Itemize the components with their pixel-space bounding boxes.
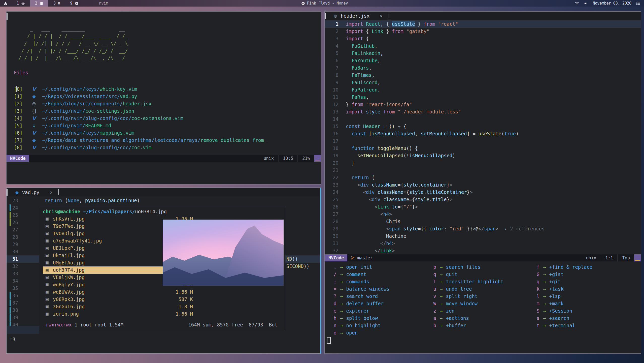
code-line[interactable]: 30 Machine [325, 232, 641, 240]
editor-vad-py[interactable]: 23 return (None, pyaudio.paContinue)2425… [7, 197, 320, 353]
whichkey-item[interactable]: S→+Session [534, 307, 592, 315]
whichkey-item[interactable]: a→+actions [431, 315, 503, 322]
menu-icon[interactable] [636, 1, 640, 6]
code-line[interactable]: 13import style from "./header.module.les… [325, 108, 641, 115]
window-startify[interactable]: _ ___ ________ __ / | / / | / / ____/___… [6, 11, 321, 185]
code-line[interactable]: 32 </Link> [325, 247, 641, 254]
whichkey-item[interactable]: W→move window [431, 300, 503, 307]
whichkey-key: n [331, 322, 336, 329]
code-line[interactable]: 20 } [325, 159, 641, 167]
code-line[interactable]: 25 <div className={style.title}> [325, 196, 641, 203]
whichkey-item[interactable]: b→+buffer [431, 322, 503, 329]
file-name: y08Rpk3.jpg [53, 296, 85, 303]
clock[interactable]: November 03, 2020 [593, 1, 631, 6]
code-line[interactable]: 9 FaDiscord, [325, 79, 641, 86]
code-line[interactable]: 16 const [isMenuCollapsed, setMenuCollap… [325, 130, 641, 137]
startify-entry[interactable]: [6]V~/.config/nvim/keys/mappings.vim [14, 129, 321, 137]
code-line[interactable]: 15const Header = () ⇒ { [325, 123, 641, 130]
code-line[interactable]: 27 <h4> [325, 210, 641, 218]
code-line[interactable]: 29 <span style={{ color: "red" }}>@</spa… [325, 225, 641, 232]
popup-file-row[interactable]: ▣wqBUWVx.jpg1.86 M [43, 288, 197, 296]
startify-entry[interactable]: [4]V~/.config/nvim/plug-config/coc/coc-e… [14, 115, 321, 122]
code-line[interactable]: 6 FaYoutube, [325, 57, 641, 64]
file-picker-popup[interactable]: chris@machine ~/Pics/wallpapers/ uoH3RT4… [39, 206, 285, 330]
popup-file-row[interactable]: ▣zGnGuT6.jpg1.8 M [43, 303, 197, 310]
whichkey-item[interactable]: v→split right [431, 293, 503, 300]
startify-entry[interactable]: [8]V~/.config/nvim/plug-config/coc/coc.v… [14, 144, 321, 151]
startify-entry[interactable]: [7]◆~/Repos/data_structures_and_algorith… [14, 137, 321, 144]
code-line[interactable]: 2import { Link } from "gatsby" [325, 28, 641, 35]
tab-close-icon[interactable]: × [380, 13, 383, 19]
code-line[interactable]: 12} from "react-icons/fa" [325, 101, 641, 108]
whichkey-item[interactable]: d→delete buffer [331, 300, 389, 307]
startify-entry[interactable]: [1]◆~/Repos/VoiceAssistant/src/vad.py [14, 93, 321, 100]
code-line[interactable]: 23 <div className={style.container}> [325, 181, 641, 189]
whichkey-item[interactable]: =→balance windows [331, 285, 389, 293]
whichkey-item[interactable]: e→explorer [331, 307, 389, 315]
code-line[interactable]: 24 <div className={style.titleContainer}… [325, 189, 641, 196]
whichkey-item[interactable]: p→search files [431, 263, 503, 271]
command-line[interactable]: :q [10, 335, 15, 342]
whichkey-item[interactable]: ?→search word [331, 293, 389, 300]
workspace-2[interactable]: 2 [30, 0, 48, 7]
whichkey-item[interactable]: h→split below [331, 315, 389, 322]
tab-header-jsx[interactable]: ⊛ header.jsx × [325, 13, 392, 19]
workspace-3[interactable]: 3V [48, 0, 65, 7]
code-line[interactable]: 21 [325, 167, 641, 174]
code-line[interactable]: 10 FaPatreon, [325, 86, 641, 94]
code-line[interactable]: 17 [325, 137, 641, 145]
whichkey-item[interactable]: G→+gist [534, 271, 592, 278]
whichkey-item[interactable]: T→treesitter highlight [431, 278, 503, 285]
arch-logo-icon[interactable] [0, 1, 12, 5]
whichkey-item[interactable]: g→+git [534, 278, 592, 285]
code-line[interactable]: 3import { [325, 35, 641, 42]
line-text: } [346, 159, 354, 167]
whichkey-item[interactable]: m→+mark [534, 300, 592, 307]
code-line[interactable]: 14 [325, 115, 641, 123]
code-line[interactable]: 4 FaGithub, [325, 42, 641, 50]
workspace-1[interactable]: 1 [12, 0, 30, 7]
wifi-icon[interactable] [575, 1, 579, 6]
startify-entry[interactable]: [2]⊛~/Repos/blog/src/components/header.j… [14, 100, 321, 107]
whichkey-item[interactable]: ;→commands [331, 278, 389, 285]
code-line[interactable]: 26 <Link to={"/"}> [325, 203, 641, 210]
whichkey-item[interactable]: /→comment [331, 271, 389, 278]
workspace-9[interactable]: 9 [65, 0, 84, 7]
code-line[interactable]: 18 function toggleMenu() { [325, 145, 641, 152]
code-line[interactable]: 8 FaTimes, [325, 72, 641, 79]
whichkey-item[interactable]: .→open init [331, 263, 389, 271]
startify-entry[interactable]: [5]↓~/.config/nvim/README.md [14, 122, 321, 129]
whichkey-item[interactable]: u→undo tree [431, 285, 503, 293]
whichkey-item[interactable]: k→+task [534, 285, 592, 293]
code-line[interactable]: 5 FaLinkedin, [325, 50, 641, 57]
popup-file-row[interactable]: ▣zorin.png1.66 M [43, 310, 197, 318]
volume-icon[interactable] [584, 1, 588, 6]
line-number: 29 [7, 241, 18, 248]
code-line[interactable]: 23 return (None, pyaudio.paContinue) [7, 197, 320, 204]
whichkey-item[interactable]: o→open [331, 329, 389, 337]
startify-entry[interactable]: [3]{}~/.config/nvim/coc-settings.json [14, 107, 321, 115]
whichkey-item[interactable]: q→quit [431, 271, 503, 278]
now-playing[interactable]: Pink Floyd - Money [301, 0, 348, 7]
code-line[interactable]: 1import React, { useState } from "react" [325, 20, 641, 28]
tab-close-icon[interactable]: × [50, 190, 52, 195]
editor-header-jsx[interactable]: 1import React, { useState } from "react"… [325, 20, 641, 254]
whichkey-item[interactable]: z→zen [431, 307, 503, 315]
tab-vad-py[interactable]: ◆ vad.py × [7, 189, 62, 195]
whichkey-item[interactable]: l→+lsp [534, 293, 592, 300]
file-owner-size: 1 root root 1.54M [72, 321, 123, 328]
whichkey-item[interactable]: f→+find & replace [534, 263, 592, 271]
code-line[interactable]: 28 Chris [325, 218, 641, 225]
code-line[interactable]: 31 </h4> [325, 240, 641, 247]
window-header-jsx[interactable]: ⊛ header.jsx × 1import React, { useState… [324, 11, 641, 354]
whichkey-item[interactable]: t→+terminal [534, 322, 592, 329]
code-line[interactable]: 19 setMenuCollapsed(!isMenuCollapsed) [325, 152, 641, 159]
window-vad-py[interactable]: ◆ vad.py × 23 return (None, pyaudio.paCo… [6, 188, 321, 354]
popup-file-row[interactable]: ▣y08Rpk3.jpg587 K [43, 296, 197, 303]
whichkey-item[interactable]: n→no highlight [331, 322, 389, 329]
whichkey-item[interactable]: s→+search [534, 315, 592, 322]
code-line[interactable]: 22 return ( [325, 174, 641, 181]
startify-entry[interactable]: [0]V~/.config/nvim/keys/which-key.vim [14, 85, 321, 93]
code-line[interactable]: 11 FaRss, [325, 94, 641, 101]
code-line[interactable]: 7 FaBars, [325, 64, 641, 72]
